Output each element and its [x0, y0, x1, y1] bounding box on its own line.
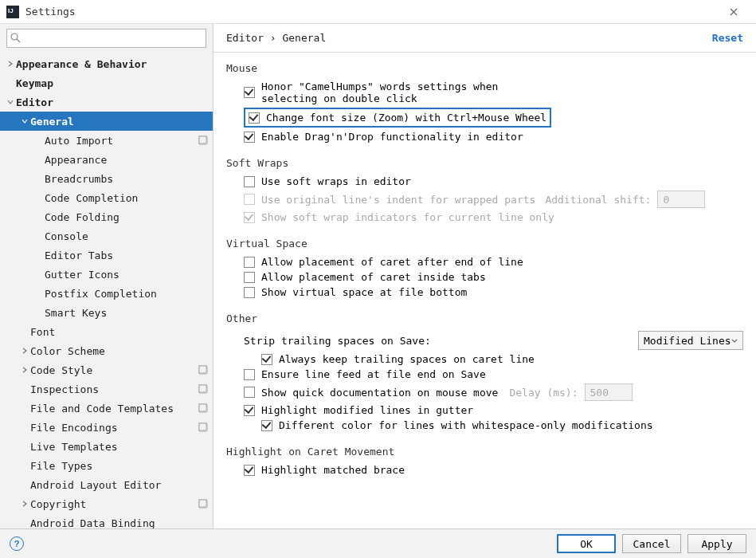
tree-item-label: File Types [30, 460, 208, 472]
tree-item-label: Code Folding [45, 211, 208, 223]
close-icon[interactable] [718, 0, 750, 23]
tree-item-label: File and Code Templates [30, 403, 195, 415]
window-title: Settings [25, 6, 718, 18]
section-hlcaret-title: Highlight on Caret Movement [226, 446, 743, 458]
tree-item-color-scheme[interactable]: Color Scheme [0, 341, 213, 360]
tree-item-label: Gutter Icons [45, 269, 208, 281]
tree-item-smart-keys[interactable]: Smart Keys [0, 303, 213, 322]
softwrap-use-checkbox[interactable] [244, 176, 255, 187]
zoom-checkbox[interactable] [249, 112, 260, 124]
hl-mod-checkbox[interactable] [244, 405, 255, 416]
ensure-lf-checkbox[interactable] [244, 369, 255, 380]
apply-button[interactable]: Apply [687, 534, 746, 553]
tree-item-font[interactable]: Font [0, 322, 213, 341]
tree-item-file-encodings[interactable]: File Encodings [0, 418, 213, 437]
scope-badge-icon [198, 403, 208, 413]
show-vs-checkbox[interactable] [244, 287, 255, 298]
tree-item-keymap[interactable]: Keymap [0, 73, 213, 92]
tree-item-label: Code Completion [45, 192, 208, 204]
show-vs-label: Show virtual space at file bottom [261, 286, 467, 298]
diff-color-checkbox[interactable] [261, 420, 272, 431]
keep-caret-label: Always keep trailing spaces on caret lin… [279, 353, 535, 365]
zoom-label: Change font size (Zoom) with Ctrl+Mouse … [266, 112, 546, 124]
tree-item-live-templates[interactable]: Live Templates [0, 437, 213, 456]
zoom-highlighted-row: Change font size (Zoom) with Ctrl+Mouse … [244, 108, 551, 128]
strip-label: Strip trailing spaces on Save: [244, 335, 431, 347]
tree-item-copyright[interactable]: Copyright [0, 494, 213, 513]
brace-label: Highlight matched brace [261, 464, 405, 476]
tree-arrow-icon [5, 99, 16, 105]
chevron-down-icon [731, 335, 738, 346]
tree-item-label: File Encodings [30, 422, 195, 434]
brace-checkbox[interactable] [244, 465, 255, 476]
tree-item-android-data-binding[interactable]: Android Data Binding [0, 513, 213, 529]
scope-badge-icon [198, 422, 208, 432]
tree-item-label: Color Scheme [30, 345, 208, 357]
tree-arrow-icon [19, 118, 30, 124]
tree-item-breadcrumbs[interactable]: Breadcrumbs [0, 169, 213, 188]
tree-item-label: Copyright [30, 498, 195, 510]
dnd-checkbox[interactable] [244, 132, 255, 143]
section-virtual-title: Virtual Space [226, 238, 743, 250]
ok-button[interactable]: OK [557, 534, 616, 553]
softwrap-orig-label: Use original line's indent for wrapped p… [261, 194, 535, 206]
tree-item-label: General [30, 116, 208, 128]
settings-tree[interactable]: Appearance & BehaviorKeymapEditorGeneral… [0, 53, 213, 529]
quickdoc-checkbox[interactable] [244, 387, 255, 398]
tree-item-label: Smart Keys [45, 307, 208, 319]
search-icon [10, 32, 21, 43]
scope-badge-icon [198, 499, 208, 509]
tree-item-label: Appearance & Behavior [16, 58, 208, 70]
tree-item-editor[interactable]: Editor [0, 92, 213, 112]
tree-item-appearance[interactable]: Appearance [0, 150, 213, 169]
tree-item-inspections[interactable]: Inspections [0, 379, 213, 399]
caret-eol-checkbox[interactable] [244, 257, 255, 268]
tree-item-gutter-icons[interactable]: Gutter Icons [0, 265, 213, 284]
tree-item-label: Console [45, 230, 208, 242]
dialog-footer: ? OK Cancel Apply [0, 529, 756, 558]
tree-item-label: Editor [16, 96, 208, 108]
search-box [6, 29, 206, 48]
delay-label: Delay (ms): [509, 387, 578, 399]
tree-arrow-icon [19, 501, 30, 507]
tree-item-general[interactable]: General [0, 112, 213, 131]
tree-item-code-style[interactable]: Code Style [0, 360, 213, 379]
tree-item-label: Live Templates [30, 441, 208, 453]
tree-item-appearance-behavior[interactable]: Appearance & Behavior [0, 54, 213, 73]
tree-item-file-types[interactable]: File Types [0, 456, 213, 475]
shift-label: Additional shift: [545, 194, 651, 206]
tree-item-code-completion[interactable]: Code Completion [0, 188, 213, 207]
caret-tabs-checkbox[interactable] [244, 272, 255, 283]
tree-item-auto-import[interactable]: Auto Import [0, 131, 213, 150]
tree-item-code-folding[interactable]: Code Folding [0, 207, 213, 226]
section-softwraps-title: Soft Wraps [226, 157, 743, 169]
strip-select[interactable]: Modified Lines [638, 331, 743, 350]
tree-item-label: Android Layout Editor [30, 479, 208, 491]
tree-arrow-icon [19, 367, 30, 373]
tree-item-label: Appearance [45, 154, 208, 166]
help-icon[interactable]: ? [10, 536, 24, 551]
tree-item-postfix-completion[interactable]: Postfix Completion [0, 284, 213, 303]
tree-item-android-layout-editor[interactable]: Android Layout Editor [0, 475, 213, 494]
settings-content: Editor › General Reset Mouse Honor "Came… [213, 24, 756, 529]
scope-badge-icon [198, 365, 208, 375]
tree-item-label: Inspections [30, 383, 195, 395]
keep-caret-checkbox[interactable] [261, 354, 272, 365]
honor-camelhumps-label: Honor "CamelHumps" words settings when s… [261, 81, 548, 104]
tree-item-console[interactable]: Console [0, 226, 213, 246]
reset-link[interactable]: Reset [712, 32, 743, 44]
title-bar: Settings [0, 0, 756, 24]
tree-item-file-and-code-templates[interactable]: File and Code Templates [0, 399, 213, 418]
honor-camelhumps-checkbox[interactable] [244, 87, 255, 98]
tree-item-editor-tabs[interactable]: Editor Tabs [0, 246, 213, 265]
section-other-title: Other [226, 312, 743, 324]
cancel-button[interactable]: Cancel [622, 534, 681, 553]
caret-eol-label: Allow placement of caret after end of li… [261, 256, 523, 268]
ensure-lf-label: Ensure line feed at file end on Save [261, 368, 486, 380]
dnd-label: Enable Drag'n'Drop functionality in edit… [261, 131, 523, 143]
delay-field: 500 [585, 383, 633, 401]
shift-field: 0 [657, 191, 705, 208]
search-input[interactable] [6, 29, 206, 48]
softwrap-use-label: Use soft wraps in editor [261, 175, 411, 187]
tree-item-label: Postfix Completion [45, 288, 208, 300]
